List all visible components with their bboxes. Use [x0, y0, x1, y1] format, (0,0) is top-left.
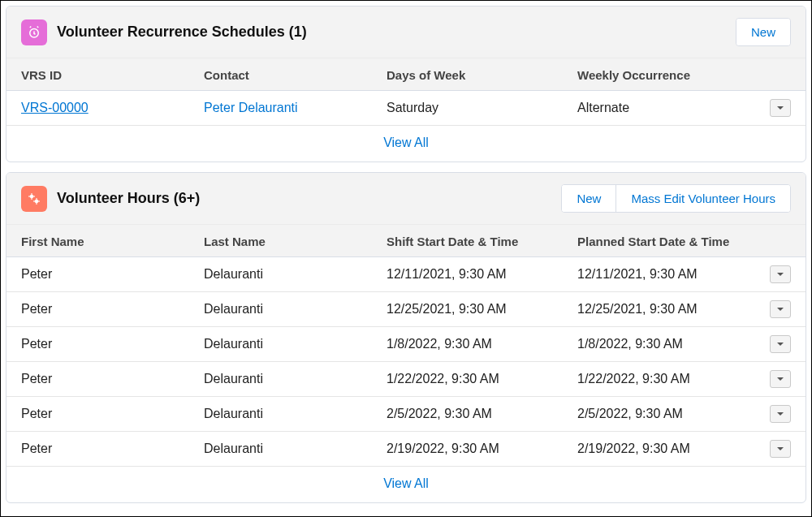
vrs-new-button[interactable]: New	[736, 19, 790, 45]
vrs-view-all-link[interactable]: View All	[6, 126, 806, 162]
vrs-header-actions: New	[736, 18, 791, 46]
hours-col-planned: Planned Start Date & Time	[563, 225, 755, 257]
row-actions-button[interactable]	[770, 440, 791, 458]
hours-first-cell: Peter	[6, 397, 189, 432]
vrs-col-occurrence: Weekly Occurrence	[563, 58, 755, 91]
table-row: VRS-00000Peter DelaurantiSaturdayAlterna…	[6, 91, 806, 126]
vrs-card: Volunteer Recurrence Schedules (1) New V…	[6, 6, 806, 162]
hours-planned-cell: 12/11/2021, 9:30 AM	[563, 257, 755, 292]
vrs-id-link[interactable]: VRS-00000	[21, 101, 89, 114]
hours-header-left: Volunteer Hours (6+)	[21, 186, 200, 212]
row-actions-button[interactable]	[770, 99, 791, 117]
vrs-occurrence-cell: Alternate	[563, 91, 755, 126]
chevron-down-icon	[776, 302, 784, 317]
hours-view-all-link[interactable]: View All	[6, 467, 806, 502]
vrs-table-header-row: VRS ID Contact Days of Week Weekly Occur…	[6, 58, 806, 91]
hours-mass-edit-button[interactable]: Mass Edit Volunteer Hours	[615, 185, 790, 212]
hours-shift-cell: 2/5/2022, 9:30 AM	[372, 397, 563, 432]
hours-first-cell: Peter	[6, 292, 189, 327]
hours-last-cell: Delauranti	[189, 257, 372, 292]
hours-col-shift: Shift Start Date & Time	[372, 225, 563, 257]
hours-planned-cell: 2/5/2022, 9:30 AM	[563, 397, 755, 432]
gears-icon	[21, 186, 47, 212]
hours-col-first: First Name	[6, 225, 189, 257]
hours-first-cell: Peter	[6, 327, 189, 362]
table-row: PeterDelauranti12/25/2021, 9:30 AM12/25/…	[6, 292, 806, 327]
table-row: PeterDelauranti12/11/2021, 9:30 AM12/11/…	[6, 257, 806, 292]
hours-first-cell: Peter	[6, 362, 189, 397]
hours-new-button[interactable]: New	[562, 185, 615, 212]
vrs-col-id: VRS ID	[6, 58, 189, 91]
hours-planned-cell: 2/19/2022, 9:30 AM	[563, 432, 755, 467]
chevron-down-icon	[776, 267, 784, 282]
hours-shift-cell: 12/11/2021, 9:30 AM	[372, 257, 563, 292]
row-actions-button[interactable]	[770, 265, 791, 283]
hours-header-actions: New Mass Edit Volunteer Hours	[561, 184, 791, 213]
hours-planned-cell: 1/22/2022, 9:30 AM	[563, 362, 755, 397]
hours-card-header: Volunteer Hours (6+) New Mass Edit Volun…	[6, 173, 806, 225]
vrs-card-header: Volunteer Recurrence Schedules (1) New	[6, 6, 806, 58]
vrs-contact-link[interactable]: Peter Delauranti	[204, 101, 298, 114]
hours-last-cell: Delauranti	[189, 362, 372, 397]
hours-planned-cell: 1/8/2022, 9:30 AM	[563, 327, 755, 362]
chevron-down-icon	[776, 372, 784, 386]
table-row: PeterDelauranti2/19/2022, 9:30 AM2/19/20…	[6, 432, 806, 467]
row-actions-button[interactable]	[770, 370, 791, 388]
hours-last-cell: Delauranti	[189, 397, 372, 432]
table-row: PeterDelauranti1/22/2022, 9:30 AM1/22/20…	[6, 362, 806, 397]
table-row: PeterDelauranti1/8/2022, 9:30 AM1/8/2022…	[6, 327, 806, 362]
hours-first-cell: Peter	[6, 432, 189, 467]
table-row: PeterDelauranti2/5/2022, 9:30 AM2/5/2022…	[6, 397, 806, 432]
row-actions-button[interactable]	[770, 300, 791, 318]
row-actions-button[interactable]	[770, 405, 791, 423]
chevron-down-icon	[776, 337, 784, 351]
hours-shift-cell: 12/25/2021, 9:30 AM	[372, 292, 563, 327]
chevron-down-icon	[776, 101, 784, 115]
hours-col-last: Last Name	[189, 225, 372, 257]
hours-last-cell: Delauranti	[189, 432, 372, 467]
hours-planned-cell: 12/25/2021, 9:30 AM	[563, 292, 755, 327]
svg-point-1	[30, 194, 34, 198]
clock-icon	[21, 19, 47, 45]
hours-title: Volunteer Hours (6+)	[57, 190, 200, 207]
hours-shift-cell: 2/19/2022, 9:30 AM	[372, 432, 563, 467]
svg-point-2	[35, 199, 39, 203]
hours-shift-cell: 1/8/2022, 9:30 AM	[372, 327, 563, 362]
vrs-title: Volunteer Recurrence Schedules (1)	[57, 24, 307, 41]
vrs-col-days: Days of Week	[372, 58, 563, 91]
vrs-header-left: Volunteer Recurrence Schedules (1)	[21, 19, 307, 45]
hours-last-cell: Delauranti	[189, 292, 372, 327]
hours-table: First Name Last Name Shift Start Date & …	[6, 225, 806, 467]
hours-card: Volunteer Hours (6+) New Mass Edit Volun…	[6, 172, 806, 503]
vrs-table: VRS ID Contact Days of Week Weekly Occur…	[6, 58, 806, 126]
vrs-days-cell: Saturday	[372, 91, 563, 126]
hours-shift-cell: 1/22/2022, 9:30 AM	[372, 362, 563, 397]
vrs-col-contact: Contact	[189, 58, 372, 91]
chevron-down-icon	[776, 407, 784, 421]
row-actions-button[interactable]	[770, 335, 791, 353]
hours-table-header-row: First Name Last Name Shift Start Date & …	[6, 225, 806, 257]
hours-last-cell: Delauranti	[189, 327, 372, 362]
chevron-down-icon	[776, 442, 784, 456]
hours-first-cell: Peter	[6, 257, 189, 292]
